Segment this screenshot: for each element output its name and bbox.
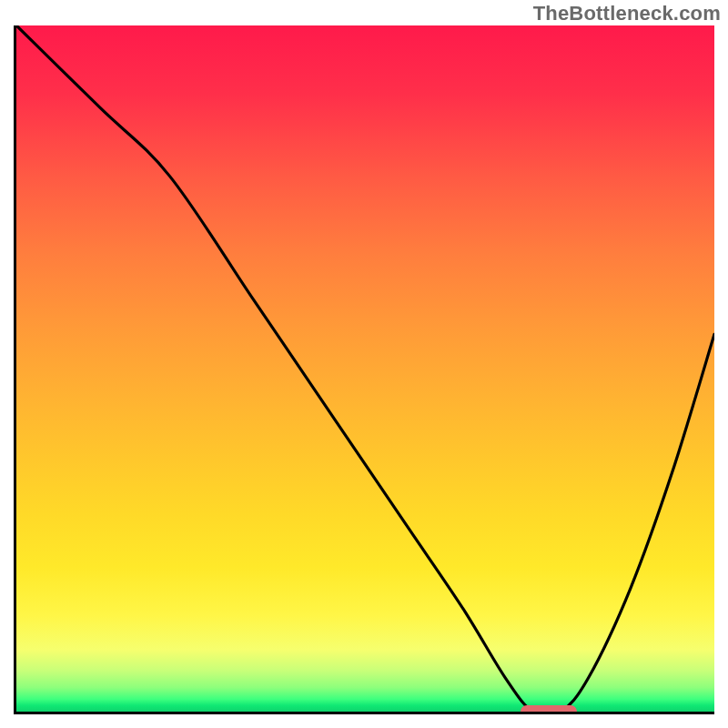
plot-area	[14, 25, 714, 714]
bottleneck-curve	[16, 25, 714, 712]
optimal-range-marker	[521, 705, 577, 714]
watermark-text: TheBottleneck.com	[533, 2, 721, 25]
chart-frame: TheBottleneck.com	[0, 0, 728, 728]
